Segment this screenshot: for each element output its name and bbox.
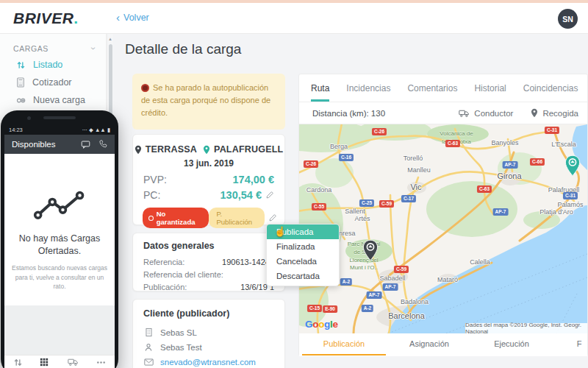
active-tab-underline <box>302 354 386 355</box>
warning-text: Se ha parado la autopublicación de esta … <box>141 83 270 117</box>
dropdown-item-publicada[interactable]: Publicada☝ <box>267 224 339 239</box>
dropdown-item-cancelada[interactable]: Cancelada <box>267 254 339 269</box>
sidebar-item-label: Cotizador <box>32 77 72 88</box>
tab-coincidencias[interactable]: Coincidencias <box>523 74 578 102</box>
cursor-hand-icon: ☝ <box>274 226 286 237</box>
bottom-tab-publicaci-n[interactable]: Publicación <box>323 333 365 355</box>
phone-nav-mis-cargas[interactable]: Mis cargas <box>4 355 31 368</box>
phone-nav-publ-veh-culo[interactable]: Publ. Vehículo <box>57 355 88 368</box>
action-conductor[interactable]: Conductor <box>459 108 513 118</box>
road-shield-c-63: C-63 <box>445 140 460 147</box>
action-label: Conductor <box>474 109 513 118</box>
client-row-snevado-wtransnet-com[interactable]: snevado@wtransnet.com <box>143 358 274 367</box>
action-recogida[interactable]: Recogida <box>531 108 578 118</box>
sidebar-item-listado[interactable]: Listado <box>0 56 106 74</box>
phone-app-bar: Disponibles <box>4 135 115 154</box>
road-shield-a-2: A-2 <box>362 305 373 312</box>
phone-nav-m-s[interactable]: Más <box>88 355 115 368</box>
map-city-l-escala: L'Escala <box>551 141 576 148</box>
phone-mockup: 14:23 ⋯ ◆ ▲▲ ▮ Disponibles No hay más Ca… <box>1 110 118 368</box>
road-shield-c-15: C-15 <box>307 305 322 312</box>
sort-arrows-icon <box>13 358 23 367</box>
new-load-icon <box>16 96 26 105</box>
phone-empty-subtitle: Estamos buscando nuevas cargas para ti, … <box>4 263 115 291</box>
phone-speaker <box>43 116 76 119</box>
phone-call-icon[interactable] <box>98 140 107 149</box>
pin-icon <box>531 108 538 118</box>
road-shield-c-26: C-26 <box>304 160 318 168</box>
scrollbar-up-arrow[interactable]: ▲ <box>107 34 113 41</box>
map-city-badalona: Badalona <box>401 298 429 305</box>
map-city-torell: Torelló <box>404 155 423 162</box>
sort-arrows-icon <box>16 60 26 70</box>
tab-ruta[interactable]: Ruta <box>311 74 329 102</box>
distance-text: Distancia (km): 130 <box>312 109 385 118</box>
back-label: Volver <box>123 13 149 23</box>
briver-logo[interactable]: BRIVER. <box>13 10 79 27</box>
general-data-row: Referencia:190613-14245 <box>143 258 274 266</box>
client-card: Cliente (publicador) Sebas SLSebas Tests… <box>132 299 285 368</box>
client-title: Cliente (publicador) <box>143 308 274 319</box>
map-actions: ConductorRecogida <box>459 108 578 118</box>
road-shield-a-2: A-2 <box>340 278 352 286</box>
road-shield-c-17: C-17 <box>401 195 416 202</box>
tab-historial[interactable]: Historial <box>474 74 506 102</box>
client-rows: Sebas SLSebas Testsnevado@wtransnet.com3… <box>143 328 274 368</box>
road-shield-ap-7: AP-7 <box>383 283 398 291</box>
client-row-sebas-sl: Sebas SL <box>143 328 274 337</box>
back-link[interactable]: ‹Volver <box>116 13 149 23</box>
client-row-sebas-test: Sebas Test <box>143 343 274 352</box>
sidebar-item-cotizador[interactable]: Cotizador <box>0 74 106 91</box>
dropdown-item-label: Cancelada <box>276 257 317 266</box>
road-shield-c-59: C-59 <box>379 200 394 208</box>
map[interactable]: BergaTorellóManlleuCardonaVicSallentArté… <box>299 124 587 333</box>
target-icon <box>148 216 154 221</box>
phone-empty-title: No hay más CargasOfertadas. <box>19 233 100 258</box>
road-shield-c-59: C-59 <box>394 266 409 273</box>
truck-icon <box>459 109 470 118</box>
map-city-matar: Mataró <box>437 276 458 283</box>
phone-status-icons: ⋯ ◆ ▲▲ ▮ <box>82 127 111 133</box>
map-city-girona: Girona <box>497 171 521 180</box>
edit-status-icon[interactable] <box>268 213 277 222</box>
phone-nav-disponibles[interactable]: Disponibles <box>31 355 57 368</box>
sidebar-section-cargas[interactable]: CARGAS › <box>13 43 96 54</box>
bottom-tab-ejecuci-n[interactable]: Ejecución <box>494 333 529 355</box>
not-guaranteed-label: No garantizada <box>157 210 204 226</box>
sidebar-item-label: Nueva carga <box>33 95 85 105</box>
map-city-platja-d-aro: Platja d'Aro <box>539 208 573 216</box>
edit-price-icon[interactable] <box>265 191 274 199</box>
not-guaranteed-badge: No garantizada <box>143 208 209 228</box>
panel-tabs: RutaIncidenciasComentariosHistorialCoinc… <box>299 74 587 102</box>
publication-status-badge[interactable]: P. Publicación <box>209 208 265 228</box>
dropdown-item-finalizada[interactable]: Finalizada <box>267 239 339 254</box>
page-title: Detalle de la carga <box>125 41 241 57</box>
map-city-manlleu: Manlleu <box>407 166 431 174</box>
calculator-icon <box>16 77 25 88</box>
warning-banner: Se ha parado la autopublicación de esta … <box>132 74 285 130</box>
route-date: 13 jun. 2019 <box>133 158 284 169</box>
bottom-tab-asignaci-n[interactable]: Asignación <box>409 333 449 355</box>
road-shield-e-90: E-90 <box>323 305 337 313</box>
google-logo[interactable]: Google <box>305 319 338 330</box>
general-data-label: Referencia: <box>143 258 184 266</box>
pvp-row: PVP: 174,00 € <box>133 174 284 185</box>
pc-label: PC: <box>143 189 160 201</box>
warning-icon <box>141 84 149 92</box>
route-origin: TERRASSA <box>146 144 197 155</box>
origin-pin[interactable] <box>362 239 379 264</box>
phone-empty-state: No hay más CargasOfertadas. Estamos busc… <box>4 154 115 305</box>
sidebar-item-nueva-carga[interactable]: Nueva carga <box>0 91 106 109</box>
destination-pin[interactable] <box>564 155 581 180</box>
dropdown-item-descartada[interactable]: Descartada <box>267 269 339 283</box>
dropdown-item-label: Descartada <box>276 272 320 280</box>
chat-icon[interactable] <box>81 140 90 149</box>
map-attribution: Dades del mapa ©2019 Google, Inst. Geogr… <box>465 323 587 333</box>
tab-comentarios[interactable]: Comentarios <box>407 74 457 102</box>
logo-text: BRIVER <box>13 10 74 26</box>
client-row-text: Sebas SL <box>160 328 197 337</box>
tab-incidencias[interactable]: Incidencias <box>346 74 390 102</box>
road-shield-c-31: C-31 <box>563 192 578 199</box>
user-avatar[interactable]: SN <box>558 9 578 29</box>
bottom-tab-f[interactable]: F <box>577 333 582 355</box>
